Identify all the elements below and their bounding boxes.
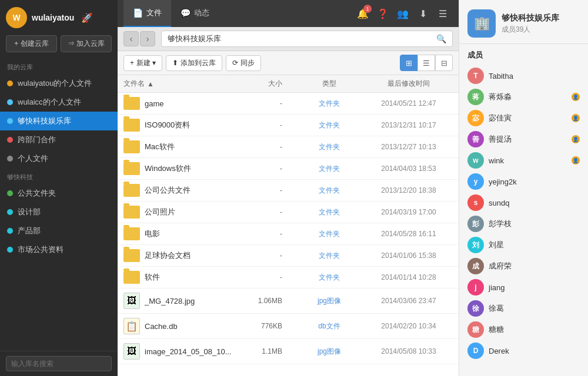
file-type: 文件夹 bbox=[294, 207, 365, 217]
sidebar-item-label: 跨部门合作 bbox=[18, 135, 56, 145]
image-icon: 🖼 bbox=[123, 343, 140, 360]
topbar: 📄 文件 💬 动态 🔔 1 ❓ 👥 ⬇ ☰ bbox=[118, 0, 459, 27]
file-type: 文件夹 bbox=[294, 142, 365, 152]
list-item[interactable]: 成 成府荣 bbox=[467, 256, 580, 277]
table-row[interactable]: 🖼 _MG_4728.jpg 1.06MB jpg图像 2014/03/06 2… bbox=[118, 288, 459, 314]
file-type: 文件夹 bbox=[294, 99, 365, 109]
list-item[interactable]: D Derek bbox=[467, 340, 580, 361]
sidebar-item-label: 市场公共资料 bbox=[18, 244, 64, 255]
view-thumb-button[interactable]: ⊟ bbox=[435, 55, 453, 71]
list-item[interactable]: w wink 👤 bbox=[467, 150, 580, 171]
list-item[interactable]: y yejing2k bbox=[467, 171, 580, 192]
avatar: 徐 bbox=[467, 300, 484, 317]
sidebar-item-my-repo-1[interactable]: wulaiyatou的个人文件 bbox=[0, 74, 118, 93]
sync-button[interactable]: ⟳ 同步 bbox=[226, 55, 261, 71]
new-button[interactable]: + 新建 ▾ bbox=[123, 55, 162, 71]
table-row[interactable]: 公司公共文件 - 文件夹 2013/12/20 18:38 bbox=[118, 180, 459, 202]
avatar: 善 bbox=[467, 131, 484, 147]
table-row[interactable]: 软件 - 文件夹 2014/01/14 10:28 bbox=[118, 267, 459, 288]
sidebar-item-design[interactable]: 设计部 bbox=[0, 203, 118, 221]
view-grid-button[interactable]: ⊞ bbox=[400, 55, 417, 71]
admin-icon: 👤 bbox=[572, 156, 580, 164]
path-toolbar: ‹ › 够快科技娱乐库 🔍 bbox=[118, 27, 459, 51]
file-type: 文件夹 bbox=[294, 273, 365, 283]
table-row[interactable]: 公司照片 - 文件夹 2014/03/19 17:00 bbox=[118, 202, 459, 223]
table-row[interactable]: 📋 Cache.db 776KB db文件 2014/02/20 10:34 bbox=[118, 314, 459, 339]
file-type: 文件夹 bbox=[294, 251, 365, 261]
sidebar-item-label: 个人文件 bbox=[18, 153, 48, 164]
table-row[interactable]: Windows软件 - 文件夹 2014/04/03 18:53 bbox=[118, 158, 459, 180]
tab-files[interactable]: 📄 文件 bbox=[123, 0, 171, 27]
file-type: 文件夹 bbox=[294, 120, 365, 130]
list-item[interactable]: 徐 徐葛 bbox=[467, 298, 580, 319]
list-item[interactable]: 刘 刘星 bbox=[467, 234, 580, 256]
table-row[interactable]: game - 文件夹 2014/05/21 12:47 bbox=[118, 93, 459, 115]
list-item[interactable]: 宓 宓佳寅 👤 bbox=[467, 108, 580, 129]
sidebar-item-label: 设计部 bbox=[18, 207, 41, 217]
path-bar[interactable]: 够快科技娱乐库 🔍 bbox=[161, 31, 453, 47]
file-name: 软件 bbox=[145, 272, 235, 283]
add-to-repo-button[interactable]: ⬆ 添加到云库 bbox=[166, 55, 222, 71]
table-row[interactable]: 足球协会文档 - 文件夹 2014/01/06 15:38 bbox=[118, 245, 459, 267]
list-item[interactable]: 糖 糖糖 bbox=[467, 319, 580, 340]
list-item[interactable]: 蒋 蒋烁淼 👤 bbox=[467, 86, 580, 108]
table-row[interactable]: ISO9000资料 - 文件夹 2013/12/31 10:17 bbox=[118, 115, 459, 136]
file-date: 2013/12/20 18:38 bbox=[365, 186, 453, 194]
create-repo-button[interactable]: + 创建云库 bbox=[6, 35, 57, 52]
db-icon: 📋 bbox=[123, 318, 140, 334]
sidebar-item-product[interactable]: 产品部 bbox=[0, 221, 118, 240]
file-tab-icon: 📄 bbox=[133, 8, 143, 18]
search-input[interactable] bbox=[6, 356, 112, 371]
join-repo-button[interactable]: ⇒ 加入云库 bbox=[61, 35, 112, 52]
table-row[interactable]: 电影 - 文件夹 2014/05/28 16:11 bbox=[118, 223, 459, 245]
table-row[interactable]: Mac软件 - 文件夹 2013/12/27 10:13 bbox=[118, 136, 459, 158]
file-type: 文件夹 bbox=[294, 164, 365, 174]
sidebar-item-personal[interactable]: 个人文件 bbox=[0, 149, 118, 168]
tab-activity[interactable]: 💬 动态 bbox=[171, 0, 219, 27]
list-item[interactable]: s sundq bbox=[467, 192, 580, 213]
file-name: image_2014_05_08_10... bbox=[145, 347, 235, 356]
contacts-button[interactable]: 👥 bbox=[393, 4, 413, 24]
file-name: 公司照片 bbox=[145, 207, 235, 217]
file-size: 1.06MB bbox=[235, 297, 294, 305]
folder-icon bbox=[123, 140, 140, 153]
col-header-date: 最后修改时间 bbox=[365, 79, 453, 89]
repo-title: 够快科技娱乐库 bbox=[502, 12, 559, 23]
menu-button[interactable]: ☰ bbox=[433, 4, 453, 24]
sidebar-item-market[interactable]: 市场公共资料 bbox=[0, 240, 118, 259]
member-name: sundq bbox=[489, 199, 580, 207]
sidebar-item-label: 够快科技娱乐库 bbox=[18, 116, 71, 126]
file-name: game bbox=[145, 99, 235, 108]
sidebar-item-my-repo-2[interactable]: wulaicc的个人文件 bbox=[0, 93, 118, 112]
folder-icon bbox=[123, 249, 140, 262]
file-type: 文件夹 bbox=[294, 186, 365, 196]
back-button[interactable]: ‹ bbox=[123, 31, 139, 46]
sidebar-item-active-repo[interactable]: 够快科技娱乐库 bbox=[0, 112, 118, 130]
dot-icon bbox=[7, 247, 13, 253]
forward-button[interactable]: › bbox=[140, 31, 155, 46]
table-row[interactable]: 🖼 image_2014_05_08_10... 1.1MB jpg图像 201… bbox=[118, 339, 459, 364]
right-panel-header: 🏢 够快科技娱乐库 成员39人 bbox=[459, 0, 588, 44]
file-date: 2014/04/03 18:53 bbox=[365, 164, 453, 173]
nav-buttons: ‹ › bbox=[123, 31, 155, 46]
sidebar-item-public-folder[interactable]: 公共文件夹 bbox=[0, 184, 118, 203]
help-button[interactable]: ❓ bbox=[373, 4, 393, 24]
avatar: j bbox=[467, 279, 484, 296]
list-item[interactable]: j jiang bbox=[467, 277, 580, 298]
file-size: - bbox=[235, 164, 294, 173]
view-list-button[interactable]: ☰ bbox=[417, 55, 435, 71]
member-name: 宓佳寅 bbox=[489, 113, 567, 123]
new-icon: + bbox=[130, 59, 134, 67]
list-item[interactable]: 善 善提汤 👤 bbox=[467, 129, 580, 150]
path-search-icon[interactable]: 🔍 bbox=[436, 34, 446, 43]
sidebar-item-cross-dept[interactable]: 跨部门合作 bbox=[0, 130, 118, 149]
notification-button[interactable]: 🔔 1 bbox=[353, 4, 373, 24]
dot-icon bbox=[7, 118, 13, 124]
sidebar-nav: 我的云库 wulaiyatou的个人文件 wulaicc的个人文件 够快科技娱乐… bbox=[0, 58, 118, 351]
member-name: yejing2k bbox=[489, 177, 580, 186]
list-item[interactable]: T Tabitha bbox=[467, 65, 580, 86]
list-item[interactable]: 彭 彭学枝 bbox=[467, 213, 580, 234]
main-content: 📄 文件 💬 动态 🔔 1 ❓ 👥 ⬇ ☰ ‹ › 够快科技娱乐库 🔍 + bbox=[118, 0, 459, 376]
download-button[interactable]: ⬇ bbox=[413, 4, 433, 24]
member-name: 成府荣 bbox=[489, 261, 580, 271]
